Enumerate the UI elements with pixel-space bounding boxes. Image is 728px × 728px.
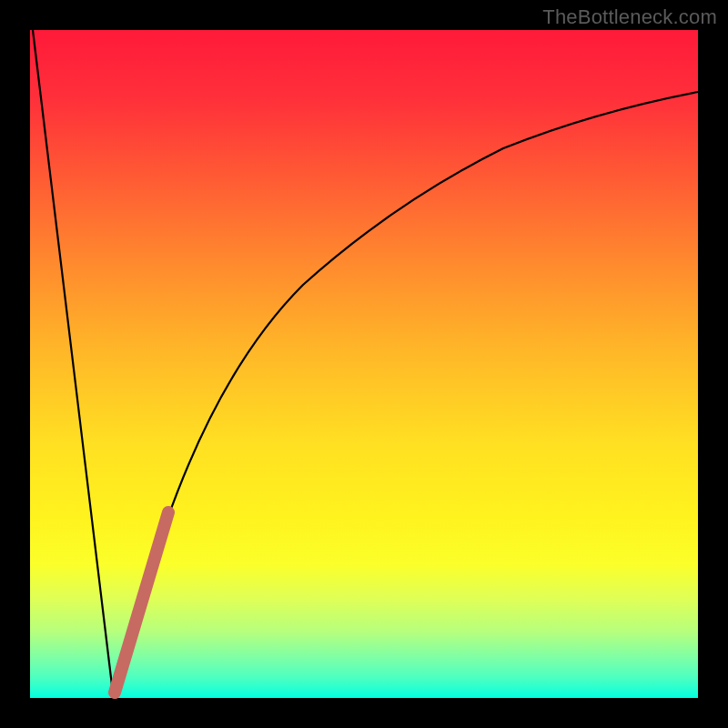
watermark-text: TheBottleneck.com [542, 5, 717, 29]
chart-overlay [30, 30, 698, 698]
bottleneck-curve-line [33, 30, 698, 691]
highlight-segment [115, 512, 168, 693]
chart-frame: TheBottleneck.com [0, 0, 728, 728]
